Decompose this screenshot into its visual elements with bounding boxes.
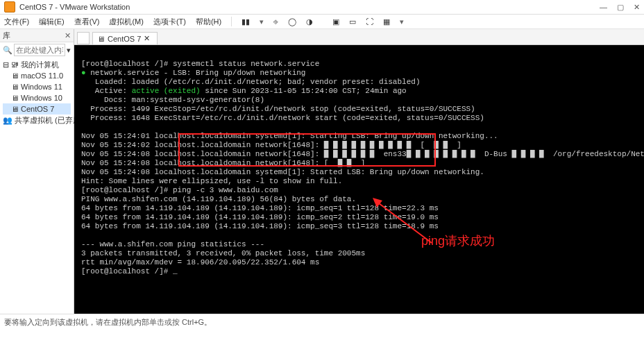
home-tab-icon[interactable] — [77, 32, 90, 44]
tree-root[interactable]: ⊟🖳我的计算机 — [3, 59, 71, 70]
menu-file[interactable]: 文件(F) — [4, 17, 29, 27]
term-line: 3 packets transmitted, 3 received, 0% pa… — [81, 249, 365, 257]
fit-icon[interactable]: ▦ — [383, 17, 390, 26]
separator — [231, 17, 232, 26]
menu-edit[interactable]: 编辑(E) — [39, 17, 65, 27]
tab-label: CentOS 7 — [108, 35, 141, 43]
term-line: 64 bytes from 14.119.104.189 (14.119.104… — [81, 204, 439, 212]
term-line: Nov 05 15:24:08 localhost.localdomain ne… — [81, 159, 365, 167]
dropdown-icon[interactable]: ▾ — [400, 17, 404, 26]
shared-icon: 👥 — [3, 115, 12, 126]
menu-view[interactable]: 查看(V) — [74, 17, 100, 27]
term-line: [root@localhost /]# _ — [81, 267, 178, 276]
term-line: PING www.a.shifen.com (14.119.104.189) 5… — [81, 195, 356, 203]
term-line: --- www.a.shifen.com ping statistics --- — [81, 240, 264, 248]
computer-icon: 🖳 — [11, 59, 19, 70]
vm-icon: 🖥 — [11, 92, 19, 103]
maximize-button[interactable]: ▢ — [617, 3, 624, 12]
tree-item[interactable]: 🖥Windows 10 — [3, 92, 71, 103]
term-line: [root@localhost /]# ping -c 3 www.baidu.… — [81, 186, 278, 194]
term-line: Nov 05 15:24:02 localhost.localdomain ne… — [81, 141, 461, 149]
term-line: Nov 05 15:24:08 localhost.localdomain sy… — [81, 168, 484, 176]
menu-vm[interactable]: 虚拟机(M) — [109, 17, 144, 27]
term-line: rtt min/avg/max/mdev = 18.906/20.095/22.… — [81, 258, 319, 266]
library-search-input[interactable] — [14, 44, 65, 56]
library-close-icon[interactable]: ✕ — [65, 31, 71, 40]
term-line: Nov 05 15:24:08 localhost.localdomain ne… — [81, 150, 644, 158]
disclosure-icon: ⊟ — [3, 59, 9, 70]
tree-item[interactable]: 🖥macOS 11.0 — [3, 70, 71, 81]
search-icon: 🔍 — [3, 46, 12, 55]
tab-centos7[interactable]: 🖥 CentOS 7 ✕ — [92, 32, 158, 44]
vmware-app-icon — [4, 1, 15, 12]
minimize-button[interactable]: — — [600, 3, 607, 12]
send-keys-icon[interactable]: ⎆ — [273, 17, 278, 26]
fullscreen-icon[interactable]: ▭ — [349, 17, 356, 26]
term-line: Process: 1499 ExecStop=/etc/rc.d/init.d/… — [81, 105, 475, 113]
unity-icon[interactable]: ▣ — [332, 17, 339, 26]
term-line: Docs: man:systemd-sysv-generator(8) — [81, 96, 264, 104]
vm-icon: 🖥 — [11, 103, 19, 115]
window-title: CentOS 7 - VMware Workstation — [19, 3, 130, 11]
close-button[interactable]: ✕ — [634, 3, 640, 12]
pause-icon[interactable]: ▮▮ — [242, 17, 250, 26]
tree-item-selected[interactable]: 🖥CentOS 7 — [3, 103, 71, 115]
search-dropdown-icon[interactable]: ▾ — [67, 46, 71, 55]
tree-shared[interactable]: 👥共享虚拟机 (已弃用) — [3, 115, 71, 126]
menu-bar: 文件(F) 编辑(E) 查看(V) 虚拟机(M) 选项卡(T) 帮助(H) ▮▮… — [0, 15, 644, 29]
vm-icon: 🖥 — [11, 81, 19, 92]
terminal[interactable]: [root@localhost /]# systemctl status net… — [74, 45, 644, 314]
term-line: Loaded: loaded (/etc/rc.d/init.d/network… — [81, 78, 420, 86]
vm-icon: 🖥 — [11, 70, 19, 81]
term-line: Hint: Some lines were ellipsized, use -l… — [81, 177, 342, 185]
tab-close-icon[interactable]: ✕ — [144, 34, 150, 43]
stretch-icon[interactable]: ⛶ — [366, 17, 373, 26]
annotation-text: ping请求成功 — [421, 237, 495, 246]
library-sidebar: 库 ✕ 🔍 ▾ ⊟🖳我的计算机 🖥macOS 11.0 🖥Windows 11 … — [0, 29, 74, 314]
term-line: 64 bytes from 14.119.104.189 (14.119.104… — [81, 213, 439, 221]
title-bar: CentOS 7 - VMware Workstation — ▢ ✕ — [0, 0, 644, 15]
content-area: 🖥 CentOS 7 ✕ [root@localhost /]# systemc… — [74, 29, 644, 314]
vm-tab-icon: 🖥 — [97, 35, 105, 43]
tab-strip: 🖥 CentOS 7 ✕ — [74, 29, 644, 45]
snapshot-icon[interactable]: ◯ — [288, 17, 296, 26]
term-line: [root@localhost /]# systemctl status net… — [81, 60, 319, 68]
menu-help[interactable]: 帮助(H) — [196, 17, 221, 27]
term-line: 64 bytes from 14.119.104.189 (14.119.104… — [81, 222, 439, 230]
library-title: 库 — [3, 31, 10, 41]
term-line: Nov 05 15:24:01 localhost.localdomain sy… — [81, 132, 498, 140]
status-text: 要将输入定向到该虚拟机，请在虚拟机内部单击或按 Ctrl+G。 — [4, 317, 212, 328]
dropdown-icon[interactable]: ▾ — [260, 17, 264, 26]
tree-item[interactable]: 🖥Windows 11 — [3, 81, 71, 92]
status-bar: 要将输入定向到该虚拟机，请在虚拟机内部单击或按 Ctrl+G。 — [0, 314, 644, 330]
vm-tree: ⊟🖳我的计算机 🖥macOS 11.0 🖥Windows 11 🖥Windows… — [0, 58, 74, 127]
snapshot-mgr-icon[interactable]: ◑ — [306, 17, 313, 26]
term-line: Process: 1648 ExecStart=/etc/rc.d/init.d… — [81, 114, 484, 122]
menu-tabs[interactable]: 选项卡(T) — [153, 17, 186, 27]
